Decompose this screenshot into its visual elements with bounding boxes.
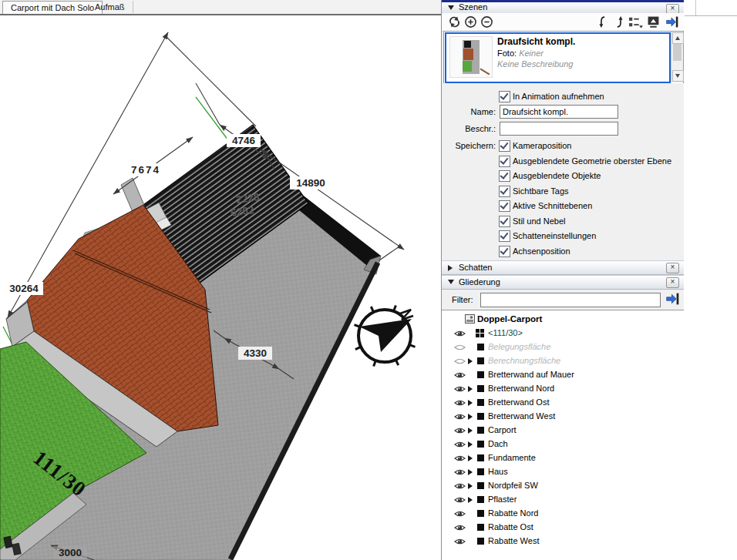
close-panel-button[interactable]: ×: [666, 263, 679, 273]
tree-item-label[interactable]: Pflaster: [488, 495, 517, 504]
close-panel-button[interactable]: ×: [666, 277, 679, 288]
tree-row[interactable]: Pflaster: [442, 493, 684, 507]
eye-visible-icon[interactable]: [454, 523, 466, 532]
tree-row[interactable]: Bretterwand Ost: [442, 396, 684, 410]
tree-item-label[interactable]: Carport: [488, 425, 517, 434]
tree-item-label[interactable]: Belegungsfläche: [488, 342, 550, 351]
expand-arrow-icon[interactable]: [468, 469, 473, 475]
eye-hidden-icon[interactable]: [454, 357, 466, 366]
scrollbar-thumb[interactable]: [673, 44, 681, 61]
tree-row[interactable]: Bretterwand auf Mauer: [442, 368, 684, 382]
speichern-checkbox[interactable]: [499, 156, 510, 167]
collapse-arrow-icon[interactable]: [448, 280, 454, 284]
remove-scene-icon[interactable]: [480, 15, 493, 29]
eye-visible-icon[interactable]: [454, 537, 466, 546]
scene-description-input[interactable]: [500, 122, 618, 136]
refresh-scenes-icon[interactable]: [448, 15, 461, 29]
speichern-checkbox[interactable]: [499, 170, 510, 182]
filter-input[interactable]: [480, 293, 661, 307]
expand-arrow-icon[interactable]: [468, 358, 473, 364]
scene-description: Keine Beschreibung: [497, 59, 573, 69]
eye-visible-icon[interactable]: [454, 454, 466, 463]
move-scene-up-icon[interactable]: [613, 15, 626, 29]
group-icon: [477, 344, 484, 350]
tree-item-label[interactable]: Bretterwand West: [488, 411, 555, 421]
eye-visible-icon[interactable]: [454, 481, 466, 491]
speichern-checkbox[interactable]: [499, 186, 510, 197]
scene-name-input[interactable]: [500, 105, 618, 119]
tree-row[interactable]: Carport: [442, 424, 684, 438]
scroll-up-button[interactable]: [672, 32, 684, 44]
tree-item-label[interactable]: Berechnungsfläche: [488, 356, 560, 365]
schatten-panel-header[interactable]: Schatten ×: [442, 260, 684, 275]
tree-row[interactable]: Berechnungsfläche: [442, 354, 684, 368]
tree-item-label[interactable]: Bretterwand Nord: [488, 384, 554, 393]
expand-arrow-icon[interactable]: [468, 441, 473, 448]
tree-item-label[interactable]: Nordpfeil SW: [488, 481, 538, 490]
tree-row[interactable]: Bretterwand West: [442, 410, 684, 424]
eye-visible-icon[interactable]: [454, 509, 466, 518]
expand-arrow-icon[interactable]: [468, 483, 473, 489]
tree-row[interactable]: Rabatte West: [442, 535, 684, 548]
show-details-icon[interactable]: [665, 15, 678, 29]
collapse-arrow-icon[interactable]: [448, 5, 454, 10]
eye-visible-icon[interactable]: [454, 468, 466, 477]
speichern-checkbox[interactable]: [499, 246, 510, 257]
tree-item-label[interactable]: Rabatte Nord: [488, 508, 538, 518]
tree-item-label[interactable]: Dach: [488, 439, 508, 448]
speichern-checkbox[interactable]: [499, 216, 510, 227]
eye-visible-icon[interactable]: [454, 495, 466, 505]
animation-checkbox[interactable]: [499, 91, 510, 102]
gliederung-panel-header[interactable]: Gliederung ×: [442, 275, 684, 290]
scene-list-scrollbar[interactable]: [671, 32, 683, 82]
scene-thumbnail[interactable]: [449, 36, 493, 78]
speichern-checkbox[interactable]: [499, 200, 510, 212]
scroll-down-button[interactable]: [672, 70, 684, 82]
expand-arrow-icon[interactable]: [468, 428, 473, 434]
outliner-root-row[interactable]: Doppel-Carport: [442, 313, 684, 327]
expand-arrow-icon[interactable]: [468, 386, 473, 392]
group-icon: [477, 427, 484, 434]
tree-row[interactable]: Rabatte Ost: [442, 521, 684, 535]
tree-row[interactable]: Fundamente: [442, 451, 684, 465]
eye-visible-icon[interactable]: [454, 398, 466, 407]
add-scene-icon[interactable]: [464, 15, 477, 29]
tree-row[interactable]: Rabatte Nord: [442, 507, 684, 521]
tree-row[interactable]: <111/30>: [442, 327, 684, 340]
tree-item-label[interactable]: <111/30>: [488, 328, 523, 337]
move-scene-down-icon[interactable]: [596, 15, 609, 29]
tree-row[interactable]: Bretterwand Nord: [442, 382, 684, 396]
eye-visible-icon[interactable]: [454, 384, 466, 394]
view-options-icon[interactable]: [628, 15, 644, 29]
eye-hidden-icon[interactable]: [454, 343, 466, 352]
speichern-checkbox[interactable]: [499, 140, 510, 152]
group-icon: [477, 385, 484, 392]
scene-list-item-selected[interactable]: Draufsicht kompl. Foto: Keiner Keine Bes…: [445, 32, 671, 83]
eye-visible-icon[interactable]: [454, 329, 466, 338]
expand-arrow-icon[interactable]: [468, 400, 473, 406]
filter-apply-icon[interactable]: [665, 292, 680, 306]
tree-row[interactable]: Belegungsfläche: [442, 340, 684, 354]
show-thumbnails-icon[interactable]: [647, 15, 660, 29]
expand-arrow-icon[interactable]: [448, 265, 453, 271]
szenen-panel-header[interactable]: Szenen ×: [442, 2, 684, 14]
tree-row[interactable]: Dach: [442, 438, 684, 451]
eye-visible-icon[interactable]: [454, 371, 466, 380]
tree-item-label[interactable]: Fundamente: [488, 453, 536, 462]
3d-viewport[interactable]: 111/30 30264 7674 4746: [0, 15, 441, 560]
tree-item-label[interactable]: Rabatte Ost: [488, 522, 533, 531]
tree-row[interactable]: Nordpfeil SW: [442, 479, 684, 493]
tree-item-label[interactable]: Bretterwand auf Mauer: [488, 370, 574, 379]
eye-visible-icon[interactable]: [454, 426, 466, 435]
tree-item-label[interactable]: Bretterwand Ost: [488, 397, 549, 407]
tree-item-label[interactable]: Rabatte West: [488, 536, 539, 545]
expand-arrow-icon[interactable]: [468, 497, 473, 503]
expand-arrow-icon[interactable]: [468, 414, 473, 420]
eye-visible-icon[interactable]: [454, 412, 466, 421]
tree-item-label[interactable]: Haus: [488, 467, 508, 476]
speichern-checkbox[interactable]: [499, 230, 510, 242]
expand-arrow-icon[interactable]: [468, 455, 473, 461]
eye-visible-icon[interactable]: [454, 440, 466, 449]
scene-tab[interactable]: Aufmaß: [87, 1, 133, 13]
tree-row[interactable]: Haus: [442, 465, 684, 479]
